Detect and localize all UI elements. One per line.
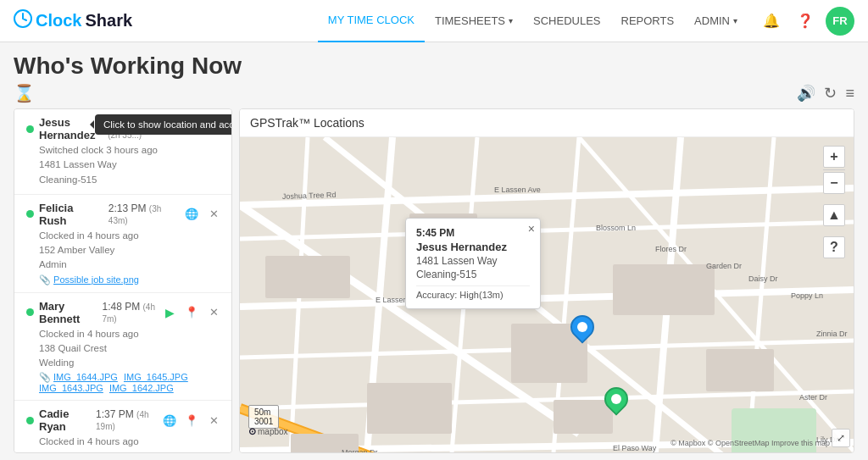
nav-my-time-clock[interactable]: MY TIME CLOCK	[318, 0, 425, 42]
pin-inner	[611, 394, 621, 404]
map-scale: 50m 3001	[248, 405, 279, 429]
worker-close-button[interactable]: ✕	[204, 119, 223, 138]
svg-text:Zinnia Dr: Zinnia Dr	[816, 330, 848, 338]
nav-admin[interactable]: ADMIN▾	[684, 0, 748, 42]
filter-icon[interactable]: ≡	[845, 85, 854, 103]
svg-point-2	[190, 127, 193, 130]
worker-name: Jesus Hernandez	[39, 116, 103, 141]
worker-item: Click to show location and accuracy radi…	[14, 109, 231, 195]
svg-text:Flores Dr: Flores Dr	[655, 245, 687, 253]
worker-item: Felicia Rush 2:13 PM (3h 43m) 🌐 ✕ Clocke…	[14, 195, 231, 293]
attachment-link[interactable]: Possible job site.png	[53, 274, 139, 285]
globe-button[interactable]: 🌐	[160, 411, 179, 430]
mapbox-icon: ⊙	[248, 426, 256, 437]
worker-sub: Clocked in 4 hours ago	[39, 327, 223, 341]
popup-close-button[interactable]: ×	[528, 222, 535, 236]
popup-job: Cleaning-515	[416, 269, 530, 280]
svg-rect-31	[706, 349, 774, 391]
location-button[interactable]	[182, 119, 201, 138]
user-avatar-button[interactable]: FR	[826, 7, 854, 36]
svg-text:Daisy Dr: Daisy Dr	[748, 274, 778, 283]
worker-address: 634 Green Acres	[39, 450, 223, 454]
help-button[interactable]: ❓	[792, 8, 819, 35]
worker-close-button[interactable]: ✕	[204, 411, 223, 430]
worker-address: 152 Amber Valley	[39, 243, 223, 258]
scale-label-2: 3001	[254, 417, 273, 426]
location-play-button[interactable]: ▶	[160, 303, 179, 322]
loading-icon: ⌛	[14, 83, 35, 103]
worker-actions: ▶ ✕	[160, 119, 223, 138]
nav-icons: 🔔 ❓ FR	[758, 7, 854, 36]
controls-spacer	[823, 196, 845, 202]
attachment-icon: 📎	[39, 372, 51, 382]
brand-shark-text: Shark	[85, 11, 132, 30]
worker-actions: ▶ 📍 ✕	[160, 303, 223, 322]
page: Who's Working Now ⌛ 🔊 ↻ ≡ Click to show …	[0, 42, 868, 460]
worker-time: 3:17 PM (2h 35...)	[108, 117, 160, 141]
worker-name: Cadie Ryan	[39, 407, 91, 433]
map-title: GPSTrak™ Locations	[250, 116, 364, 130]
notification-bell-button[interactable]: 🔔	[758, 8, 785, 35]
worker-item: Mary Bennett 1:48 PM (4h 7m) ▶ 📍 ✕ Clock…	[14, 293, 231, 402]
brand-logo[interactable]: Clock Shark	[14, 9, 132, 33]
worker-status-dot	[26, 417, 34, 424]
worker-job: Welding	[39, 356, 223, 370]
location-button[interactable]: 📍	[182, 303, 201, 322]
location-button[interactable]: 📍	[182, 411, 201, 430]
main-content: Click to show location and accuracy radi…	[0, 108, 868, 460]
admin-caret: ▾	[733, 16, 737, 25]
svg-rect-30	[613, 264, 715, 315]
attachment-link[interactable]: IMG_1642.JPG	[109, 383, 174, 393]
worker-actions: 🌐 📍 ✕	[160, 411, 223, 430]
worker-close-button[interactable]: ✕	[204, 205, 223, 224]
popup-time: 5:45 PM	[416, 227, 530, 239]
pin-circle-blue	[565, 310, 599, 344]
nav-schedules[interactable]: SCHEDULES	[523, 0, 610, 42]
worker-status-dot	[26, 125, 34, 133]
page-title: Who's Working Now	[14, 53, 242, 80]
attachment-link[interactable]: IMG_1645.JPG	[124, 372, 188, 382]
worker-name: Felicia Rush	[39, 202, 103, 227]
nav-timesheets[interactable]: TIMESHEETS▾	[425, 0, 523, 42]
map-pin-blue[interactable]	[570, 315, 594, 339]
popup-address: 1481 Lassen Way	[416, 255, 530, 267]
pin-circle-green	[599, 382, 633, 416]
fullscreen-button[interactable]: ⤢	[832, 429, 850, 447]
audio-icon[interactable]: 🔊	[797, 84, 815, 103]
map-controls: + − ▲ ?	[823, 146, 845, 258]
timesheets-caret: ▾	[509, 16, 513, 25]
info-button[interactable]: ?	[823, 236, 845, 258]
svg-rect-27	[265, 256, 350, 298]
workers-panel: Click to show location and accuracy radi…	[14, 108, 232, 453]
refresh-icon[interactable]: ↻	[824, 84, 837, 103]
worker-close-button[interactable]: ✕	[204, 303, 223, 322]
north-button[interactable]: ▲	[823, 204, 845, 226]
popup-accuracy: Accuracy: High(13m)	[416, 290, 530, 300]
brand-clock-text: Clock	[36, 11, 81, 30]
worker-name: Mary Bennett	[39, 300, 97, 325]
popup-name: Jesus Hernandez	[416, 241, 530, 253]
mapbox-logo: ⊙ mapbox	[248, 426, 288, 437]
map-attribution[interactable]: © Mapbox © OpenStreetMap Improve this ma…	[670, 439, 830, 447]
map-info-popup: × 5:45 PM Jesus Hernandez 1481 Lassen Wa…	[405, 218, 541, 309]
worker-name-time: Cadie Ryan 1:37 PM (4h 19m)	[26, 407, 160, 433]
zoom-out-button[interactable]: −	[823, 172, 845, 194]
worker-status-dot	[26, 210, 34, 218]
worker-header: Mary Bennett 1:48 PM (4h 7m) ▶ 📍 ✕	[26, 300, 223, 325]
worker-job: Admin	[39, 258, 223, 272]
worker-name-time: Mary Bennett 1:48 PM (4h 7m)	[26, 300, 160, 325]
worker-address: 1481 Lassen Way	[39, 158, 223, 172]
zoom-in-button[interactable]: +	[823, 146, 845, 168]
worker-name-time: Jesus Hernandez 3:17 PM (2h 35...)	[26, 116, 160, 141]
worker-item: Cadie Ryan 1:37 PM (4h 19m) 🌐 📍 ✕ Clocke…	[14, 401, 231, 453]
nav-reports[interactable]: REPORTS	[611, 0, 685, 42]
svg-rect-32	[367, 383, 452, 434]
map-container[interactable]: Joshua Tree Rd E Lassen Ave E Lassen Ave…	[240, 137, 854, 452]
globe-button[interactable]: 🌐	[182, 205, 201, 224]
location-play-button[interactable]: ▶	[160, 119, 179, 138]
attachment-link[interactable]: IMG_1643.JPG	[39, 383, 103, 393]
map-pin-green[interactable]	[604, 387, 628, 411]
page-toolbar: ⌛ 🔊 ↻ ≡	[0, 83, 868, 108]
svg-text:E Lassen Ave: E Lassen Ave	[494, 186, 541, 194]
attachment-link[interactable]: IMG_1644.JPG	[53, 372, 118, 382]
